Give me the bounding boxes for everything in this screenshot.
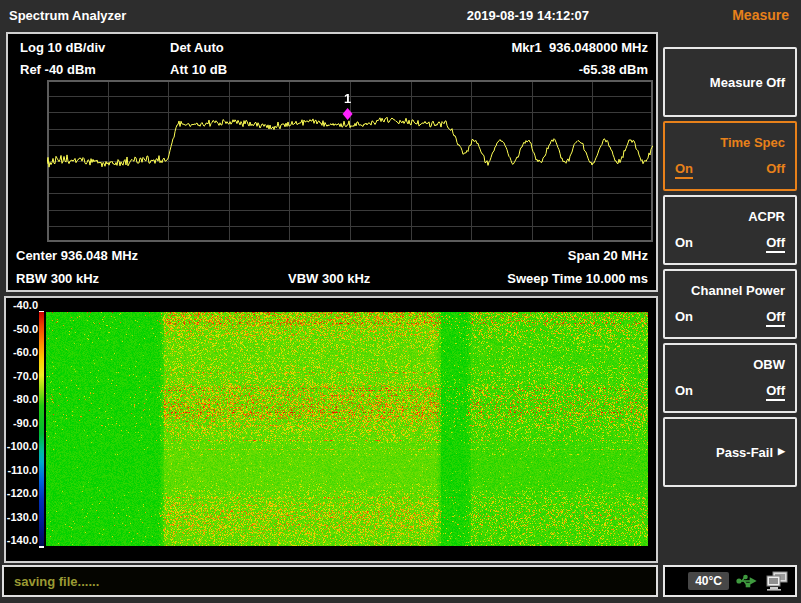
amplitude-scale-label: Log 10 dB/div <box>20 40 105 55</box>
waterfall-scale-label: -70.0 <box>6 370 38 382</box>
datetime-label: 2019-08-19 14:12:07 <box>467 8 589 23</box>
waterfall-spectrogram[interactable] <box>46 312 648 546</box>
network-computer-icon <box>765 571 789 591</box>
waterfall-scale-label: -120.0 <box>6 487 38 499</box>
time-spec-on-option[interactable]: On <box>675 161 693 179</box>
measure-off-button[interactable]: Measure Off <box>663 47 797 117</box>
marker-frequency-readout: Mkr1 936.048000 MHz <box>511 40 648 55</box>
system-status-box: 40°C <box>663 565 797 597</box>
channel-power-on-option[interactable]: On <box>675 309 693 327</box>
attenuation-label: Att 10 dB <box>170 62 227 77</box>
waterfall-scale-label: -50.0 <box>6 323 38 335</box>
usb-icon <box>736 574 758 588</box>
acpr-label: ACPR <box>748 209 785 224</box>
waterfall-scale-label: -130.0 <box>6 511 38 523</box>
obw-off-option[interactable]: Off <box>766 383 785 401</box>
spectrum-panel: Log 10 dB/div Det Auto Mkr1 936.048000 M… <box>6 32 658 292</box>
span-label: Span 20 MHz <box>568 248 648 263</box>
detector-label: Det Auto <box>170 40 224 55</box>
channel-power-off-option[interactable]: Off <box>766 309 785 327</box>
time-spec-button[interactable]: Time Spec On Off <box>663 121 797 191</box>
pass-fail-label: Pass-Fail <box>716 445 773 460</box>
status-bar: saving file...... <box>2 565 658 597</box>
pass-fail-button[interactable]: Pass-Fail ▶ <box>663 417 797 487</box>
acpr-button[interactable]: ACPR On Off <box>663 195 797 265</box>
app-title: Spectrum Analyzer <box>9 8 126 23</box>
menu-title: Measure <box>732 7 789 23</box>
header: Spectrum Analyzer 2019-08-19 14:12:07 Me… <box>0 0 801 30</box>
waterfall-scale-label: -40.0 <box>6 299 38 311</box>
temperature-badge: 40°C <box>688 572 729 590</box>
time-spec-off-option[interactable]: Off <box>766 161 785 179</box>
acpr-off-option[interactable]: Off <box>766 235 785 253</box>
channel-power-label: Channel Power <box>691 283 785 298</box>
obw-label: OBW <box>753 357 785 372</box>
waterfall-scale-label: -90.0 <box>6 417 38 429</box>
status-message: saving file...... <box>14 574 99 589</box>
rbw-label: RBW 300 kHz <box>16 271 99 286</box>
ref-level-label: Ref -40 dBm <box>20 62 96 77</box>
vbw-label: VBW 300 kHz <box>288 271 370 286</box>
amplitude-colorbar <box>39 312 44 546</box>
waterfall-scale-label: -80.0 <box>6 393 38 405</box>
waterfall-scale-label: -140.0 <box>6 534 38 546</box>
waterfall-scale-label: -110.0 <box>6 464 38 476</box>
time-spec-label: Time Spec <box>720 135 785 150</box>
spectrum-trace-plot[interactable] <box>47 80 653 242</box>
acpr-on-option[interactable]: On <box>675 235 693 253</box>
channel-power-button[interactable]: Channel Power On Off <box>663 269 797 339</box>
center-frequency-label: Center 936.048 MHz <box>16 248 138 263</box>
marker-amplitude-readout: -65.38 dBm <box>579 62 648 77</box>
waterfall-scale-label: -100.0 <box>6 440 38 452</box>
obw-on-option[interactable]: On <box>675 383 693 401</box>
obw-button[interactable]: OBW On Off <box>663 343 797 413</box>
measure-off-label: Measure Off <box>665 49 795 115</box>
submenu-arrow-icon: ▶ <box>778 446 785 456</box>
sweep-time-label: Sweep Time 10.000 ms <box>507 271 648 286</box>
spectrum-analyzer-screen: Spectrum Analyzer 2019-08-19 14:12:07 Me… <box>0 0 801 603</box>
waterfall-panel: -40.0-50.0-60.0-70.0-80.0-90.0-100.0-110… <box>4 296 658 563</box>
waterfall-scale-label: -60.0 <box>6 346 38 358</box>
waterfall-scale-tick <box>39 546 44 548</box>
